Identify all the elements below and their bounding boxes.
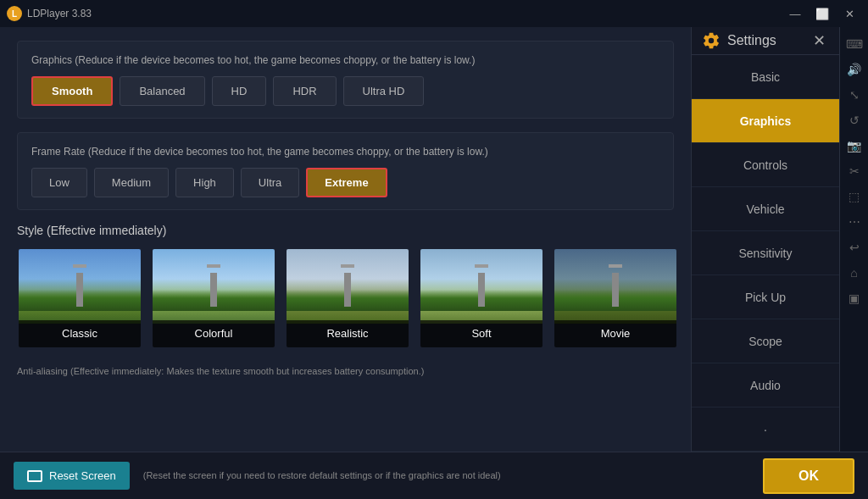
more-icon[interactable]: ⋯ bbox=[844, 212, 865, 232]
style-card-movie[interactable]: Movie bbox=[553, 247, 678, 349]
landscape-tower-classic bbox=[76, 273, 83, 307]
maximize-button[interactable]: ⬜ bbox=[810, 4, 834, 23]
quality-smooth-button[interactable]: Smooth bbox=[31, 76, 113, 106]
style-card-soft[interactable]: Soft bbox=[419, 247, 544, 349]
close-button[interactable]: ✕ bbox=[837, 4, 861, 23]
nav-controls[interactable]: Controls bbox=[692, 143, 839, 187]
cut-icon[interactable]: ✂ bbox=[844, 161, 865, 181]
content-area: Graphics (Reduce if the device becomes t… bbox=[0, 27, 691, 452]
quality-button-group: Smooth Balanced HD HDR Ultra HD bbox=[31, 76, 659, 106]
reset-screen-icon bbox=[27, 470, 42, 482]
framerate-extreme-button[interactable]: Extreme bbox=[306, 168, 387, 197]
quality-ultrahd-button[interactable]: Ultra HD bbox=[343, 76, 425, 106]
keyboard-icon[interactable]: ⌨ bbox=[844, 34, 865, 54]
right-panel: Settings ✕ Basic Graphics Controls Vehic… bbox=[691, 27, 868, 452]
volume-icon[interactable]: 🔊 bbox=[844, 59, 865, 80]
style-card-classic-img bbox=[19, 249, 141, 324]
nav-more[interactable]: · bbox=[692, 408, 839, 452]
style-card-colorful[interactable]: Colorful bbox=[151, 247, 276, 349]
style-card-colorful-img bbox=[153, 249, 275, 324]
style-card-colorful-label: Colorful bbox=[153, 320, 275, 347]
settings-sidebar: Settings ✕ Basic Graphics Controls Vehic… bbox=[691, 27, 839, 452]
landscape-tower-realistic bbox=[344, 273, 351, 307]
landscape-tower-colorful bbox=[210, 273, 217, 307]
settings-close-button[interactable]: ✕ bbox=[810, 30, 829, 52]
landscape-tower-soft bbox=[478, 273, 485, 307]
window-controls: — ⬜ ✕ bbox=[783, 4, 861, 23]
style-card-group: Classic Colorful Realistic bbox=[17, 247, 674, 349]
nav-graphics[interactable]: Graphics bbox=[692, 99, 839, 143]
icon-strip: ⌨ 🔊 ⤡ ↺ 📷 ✂ ⬚ ⋯ ↩ ⌂ ▣ bbox=[839, 27, 868, 452]
home-icon[interactable]: ⌂ bbox=[844, 263, 865, 283]
graphics-label: Graphics (Reduce if the device becomes t… bbox=[31, 53, 659, 68]
style-card-classic-label: Classic bbox=[19, 320, 141, 347]
style-card-soft-label: Soft bbox=[420, 320, 542, 347]
nav-pickup[interactable]: Pick Up bbox=[692, 275, 839, 319]
titlebar: L LDPlayer 3.83 — ⬜ ✕ bbox=[0, 0, 868, 27]
reset-screen-button[interactable]: Reset Screen bbox=[14, 462, 130, 490]
framerate-section: Frame Rate (Reduce if the device becomes… bbox=[17, 132, 674, 210]
settings-header: Settings ✕ bbox=[692, 27, 839, 55]
app-logo: L bbox=[7, 6, 22, 21]
task-icon[interactable]: ▣ bbox=[844, 288, 865, 308]
window-icon[interactable]: ⬚ bbox=[844, 186, 865, 207]
resize-icon[interactable]: ⤡ bbox=[844, 85, 865, 105]
style-card-movie-img bbox=[554, 249, 676, 324]
style-card-soft-img bbox=[420, 249, 542, 324]
nav-basic[interactable]: Basic bbox=[692, 55, 839, 99]
ok-button[interactable]: OK bbox=[763, 458, 854, 494]
minimize-button[interactable]: — bbox=[783, 4, 807, 23]
back-icon[interactable]: ↩ bbox=[844, 237, 865, 258]
style-section-label: Style (Effective immediately) bbox=[17, 224, 674, 237]
logo-text: L bbox=[12, 9, 17, 19]
style-card-realistic-img bbox=[287, 249, 409, 324]
nav-audio[interactable]: Audio bbox=[692, 363, 839, 408]
quality-hdr-button[interactable]: HDR bbox=[273, 76, 336, 106]
settings-gear-icon bbox=[702, 31, 721, 50]
main-layout: Graphics (Reduce if the device becomes t… bbox=[0, 27, 868, 452]
framerate-label: Frame Rate (Reduce if the device becomes… bbox=[31, 145, 659, 159]
reset-hint-text: (Reset the screen if you need to restore… bbox=[143, 469, 749, 481]
framerate-low-button[interactable]: Low bbox=[31, 168, 87, 197]
quality-balanced-button[interactable]: Balanced bbox=[120, 76, 204, 106]
rotate-icon[interactable]: ↺ bbox=[844, 110, 865, 130]
landscape-tower-movie bbox=[612, 273, 619, 307]
app-title: LDPlayer 3.83 bbox=[27, 8, 783, 19]
anti-alias-hint: Anti-aliasing (Effective immediately: Ma… bbox=[17, 366, 674, 376]
framerate-high-button[interactable]: High bbox=[175, 168, 234, 197]
framerate-medium-button[interactable]: Medium bbox=[94, 168, 169, 197]
framerate-button-group: Low Medium High Ultra Extreme bbox=[31, 168, 659, 197]
nav-scope[interactable]: Scope bbox=[692, 319, 839, 363]
style-card-realistic-label: Realistic bbox=[287, 320, 409, 347]
style-card-realistic[interactable]: Realistic bbox=[285, 247, 410, 349]
graphics-quality-section: Graphics (Reduce if the device becomes t… bbox=[17, 41, 674, 119]
bottom-bar: Reset Screen (Reset the screen if you ne… bbox=[0, 452, 868, 499]
reset-screen-label: Reset Screen bbox=[49, 469, 116, 482]
style-card-movie-label: Movie bbox=[554, 320, 676, 347]
framerate-ultra-button[interactable]: Ultra bbox=[241, 168, 299, 197]
nav-vehicle[interactable]: Vehicle bbox=[692, 187, 839, 231]
settings-nav: Basic Graphics Controls Vehicle Sensitiv… bbox=[692, 55, 839, 452]
screenshot-icon[interactable]: 📷 bbox=[844, 136, 865, 156]
style-card-classic[interactable]: Classic bbox=[17, 247, 142, 349]
style-section: Style (Effective immediately) Classic Co… bbox=[17, 224, 674, 349]
settings-title: Settings bbox=[727, 33, 803, 48]
nav-sensitivity[interactable]: Sensitivity bbox=[692, 231, 839, 275]
quality-hd-button[interactable]: HD bbox=[212, 76, 267, 106]
